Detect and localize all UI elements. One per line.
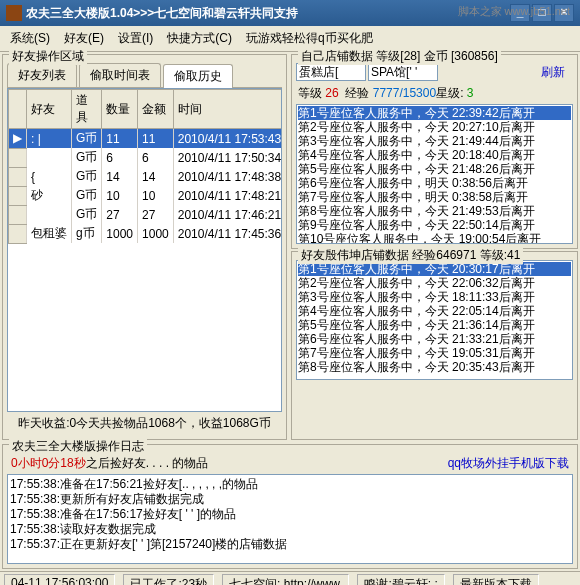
tab-history[interactable]: 偷取历史 <box>163 64 233 88</box>
menu-friends[interactable]: 好友(E) <box>58 28 110 49</box>
shop1-input[interactable] <box>296 63 366 81</box>
own-shop-group: 自己店铺数据 等级[28] 金币 [360856] 刷新 等级 26 经验 77… <box>291 54 578 249</box>
friend-shop-title: 好友殷伟坤店铺数据 经验646971 等级:41 <box>298 247 523 264</box>
mobile-link[interactable]: qq牧场外挂手机版下载 <box>448 455 569 472</box>
log-list[interactable]: 17:55:38:准备在17:56:21捡好友[.. , , , , ,的物品1… <box>7 474 573 564</box>
menu-game[interactable]: 玩游戏轻松得q币买化肥 <box>240 28 379 49</box>
watermark: 脚本之家 www.jb51.net <box>458 4 570 19</box>
left-footer: 昨天收益:0今天共捡物品1068个，收益1068G币 <box>7 412 282 435</box>
tabs: 好友列表 偷取时间表 偷取历史 <box>7 63 282 88</box>
friend-seats-list[interactable]: 第1号座位客人服务中，今天 20:30:17后离开第2号座位客人服务中，今天 2… <box>296 260 573 380</box>
tab-schedule[interactable]: 偷取时间表 <box>79 63 161 87</box>
menu-settings[interactable]: 设置(I) <box>112 28 159 49</box>
statusbar: 04-11 17:56:03:00 已工作了:23秒 七七空间: http://… <box>0 571 580 585</box>
log-timer: 0小时0分18秒 <box>11 455 86 472</box>
log-title: 农夫三全大楼版操作日志 <box>9 438 147 455</box>
tab-friends[interactable]: 好友列表 <box>7 63 77 87</box>
friends-pane: 好友操作区域 好友列表 偷取时间表 偷取历史 好友道具数量金额时间▶: |G币1… <box>2 54 287 440</box>
log-group: 农夫三全大楼版操作日志 0小时0分18秒 之后捡好友. . . . 的物品 qq… <box>2 444 578 569</box>
refresh-link[interactable]: 刷新 <box>541 64 565 81</box>
own-shop-title: 自己店铺数据 等级[28] 金币 [360856] <box>298 48 501 65</box>
friends-title: 好友操作区域 <box>9 48 87 65</box>
menu-system[interactable]: 系统(S) <box>4 28 56 49</box>
shop2-input[interactable] <box>368 63 438 81</box>
history-table[interactable]: 好友道具数量金额时间▶: |G币11112010/4/11 17:53:43G币… <box>7 88 282 412</box>
own-seats-list[interactable]: 第1号座位客人服务中，今天 22:39:42后离开第2号座位客人服务中，今天 2… <box>296 104 573 244</box>
status-qq: 七七空间: http://www. <box>222 574 349 585</box>
status-version[interactable]: 最新版本下载 <box>453 574 539 585</box>
status-thanks: 鸣谢:碧云轩: : <box>357 574 444 585</box>
status-work: 已工作了:23秒 <box>123 574 214 585</box>
stats-row: 等级 26 经验 7777/15300星级: 3 <box>296 83 573 104</box>
status-time: 04-11 17:56:03:00 <box>4 574 115 585</box>
log-timer-after: 之后捡好友. . . . 的物品 <box>86 455 209 472</box>
app-icon <box>6 5 22 21</box>
window-title: 农夫三全大楼版1.04>>>七七空间和碧云轩共同支持 <box>26 5 298 22</box>
menu-shortcut[interactable]: 快捷方式(C) <box>161 28 238 49</box>
friend-shop-group: 好友殷伟坤店铺数据 经验646971 等级:41 第1号座位客人服务中，今天 2… <box>291 251 578 440</box>
